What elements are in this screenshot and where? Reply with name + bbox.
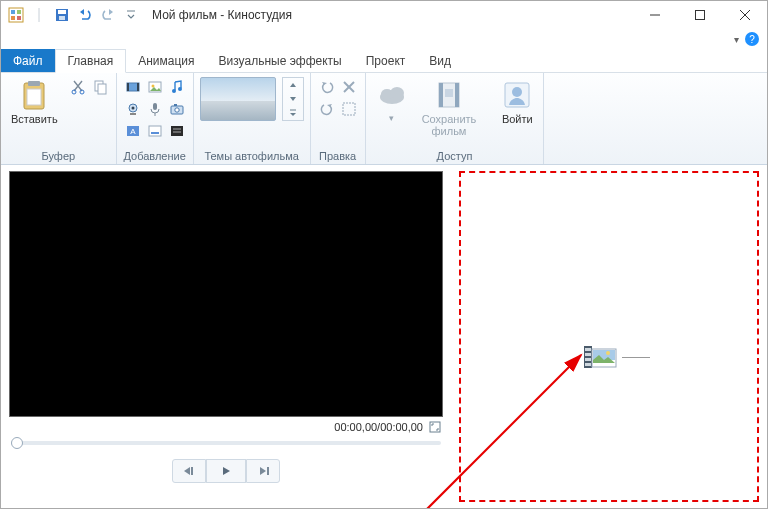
undo-icon[interactable]	[74, 4, 96, 26]
window-controls	[632, 1, 767, 29]
svg-point-55	[512, 87, 522, 97]
svg-rect-15	[28, 81, 40, 86]
seek-slider[interactable]	[9, 437, 443, 449]
group-themes-label: Темы автофильма	[200, 148, 304, 162]
fullscreen-icon[interactable]	[429, 421, 441, 433]
add-video-icon[interactable]	[123, 77, 143, 97]
paste-label: Вставить	[11, 113, 58, 125]
content-area: 00:00,00/00:00,00	[1, 165, 767, 508]
rotate-left-icon[interactable]	[317, 77, 337, 97]
svg-rect-60	[585, 348, 591, 351]
select-all-icon[interactable]	[339, 99, 359, 119]
add-credits-icon[interactable]	[167, 121, 187, 141]
svg-rect-53	[445, 89, 453, 97]
svg-point-29	[131, 107, 134, 110]
group-buffer-label: Буфер	[7, 148, 110, 162]
paste-button[interactable]: Вставить	[7, 77, 62, 127]
tab-file[interactable]: Файл	[1, 49, 55, 72]
tab-home[interactable]: Главная	[55, 49, 127, 73]
svg-rect-23	[137, 83, 139, 91]
minimize-button[interactable]	[632, 1, 677, 29]
prev-frame-button[interactable]	[172, 459, 206, 483]
svg-rect-20	[98, 84, 106, 94]
group-add: A Добавление	[117, 73, 194, 164]
svg-rect-31	[153, 103, 157, 110]
group-themes: Темы автофильма	[194, 73, 311, 164]
svg-rect-16	[27, 89, 41, 105]
group-edit-label: Правка	[317, 148, 359, 162]
svg-rect-38	[149, 126, 161, 136]
add-music-icon[interactable]	[167, 77, 187, 97]
cut-icon[interactable]	[68, 77, 88, 97]
signin-button[interactable]: Войти	[497, 77, 537, 127]
help-icon[interactable]: ?	[745, 32, 759, 46]
add-small-buttons: A	[123, 77, 187, 141]
tab-animation[interactable]: Анимация	[126, 49, 206, 72]
svg-rect-52	[455, 83, 459, 107]
add-title-icon[interactable]: A	[123, 121, 143, 141]
share-cloud-button[interactable]: ▾	[372, 77, 412, 125]
group-access-label: Доступ	[372, 148, 538, 162]
svg-rect-8	[59, 16, 65, 20]
preview-panel: 00:00,00/00:00,00	[1, 165, 451, 508]
close-button[interactable]	[722, 1, 767, 29]
rotate-right-icon[interactable]	[317, 99, 337, 119]
add-narration-icon[interactable]	[145, 99, 165, 119]
theme-thumbnail[interactable]	[200, 77, 276, 121]
play-button[interactable]	[206, 459, 246, 483]
storyboard-panel[interactable]	[451, 165, 767, 508]
svg-rect-3	[11, 16, 15, 20]
svg-point-34	[174, 108, 178, 112]
theme-scroll-up-icon[interactable]	[283, 78, 303, 92]
add-snapshot-icon[interactable]	[167, 99, 187, 119]
seek-thumb[interactable]	[11, 437, 23, 449]
svg-rect-46	[343, 103, 355, 115]
group-edit: Правка	[311, 73, 366, 164]
buffer-small-buttons	[68, 77, 110, 97]
svg-rect-57	[191, 467, 193, 475]
next-frame-button[interactable]	[246, 459, 280, 483]
add-caption-icon[interactable]	[145, 121, 165, 141]
svg-rect-4	[17, 16, 21, 20]
qat-customize-icon[interactable]	[120, 4, 142, 26]
svg-rect-2	[17, 10, 21, 14]
svg-rect-62	[585, 358, 591, 361]
group-access: ▾ Сохранить фильм Войти Доступ	[366, 73, 545, 164]
tab-view[interactable]: Вид	[417, 49, 463, 72]
copy-icon[interactable]	[90, 77, 110, 97]
drop-zone-highlight	[459, 171, 759, 502]
ribbon-help-row: ▾ ?	[1, 29, 767, 49]
svg-point-26	[172, 89, 176, 93]
ribbon-tabs: Файл Главная Анимация Визуальные эффекты…	[1, 49, 767, 73]
maximize-button[interactable]	[677, 1, 722, 29]
theme-gallery-more-icon[interactable]	[283, 106, 303, 120]
svg-rect-51	[439, 83, 443, 107]
save-movie-button[interactable]: Сохранить фильм	[418, 77, 481, 139]
svg-rect-40	[171, 126, 183, 136]
signin-label: Войти	[502, 113, 533, 125]
tab-project[interactable]: Проект	[354, 49, 418, 72]
save-movie-label: Сохранить фильм	[422, 113, 477, 137]
theme-scroll-down-icon[interactable]	[283, 92, 303, 106]
delete-icon[interactable]	[339, 77, 359, 97]
save-icon[interactable]	[51, 4, 73, 26]
time-bar: 00:00,00/00:00,00	[9, 417, 443, 437]
svg-point-27	[178, 87, 182, 91]
svg-rect-56	[430, 422, 440, 432]
redo-icon[interactable]	[97, 4, 119, 26]
svg-text:A: A	[130, 127, 136, 136]
time-display: 00:00,00/00:00,00	[334, 421, 423, 433]
svg-rect-30	[130, 113, 136, 115]
add-webcam-icon[interactable]	[123, 99, 143, 119]
placeholder-line	[622, 357, 650, 358]
svg-rect-7	[58, 10, 66, 14]
add-media-placeholder-icon[interactable]	[584, 343, 618, 371]
quick-access-toolbar	[1, 4, 146, 26]
ribbon-collapse-icon[interactable]: ▾	[734, 34, 739, 45]
svg-rect-1	[11, 10, 15, 14]
svg-point-49	[390, 87, 404, 99]
add-photo-icon[interactable]	[145, 77, 165, 97]
video-preview[interactable]	[9, 171, 443, 417]
group-buffer: Вставить Буфер	[1, 73, 117, 164]
tab-vfx[interactable]: Визуальные эффекты	[207, 49, 354, 72]
